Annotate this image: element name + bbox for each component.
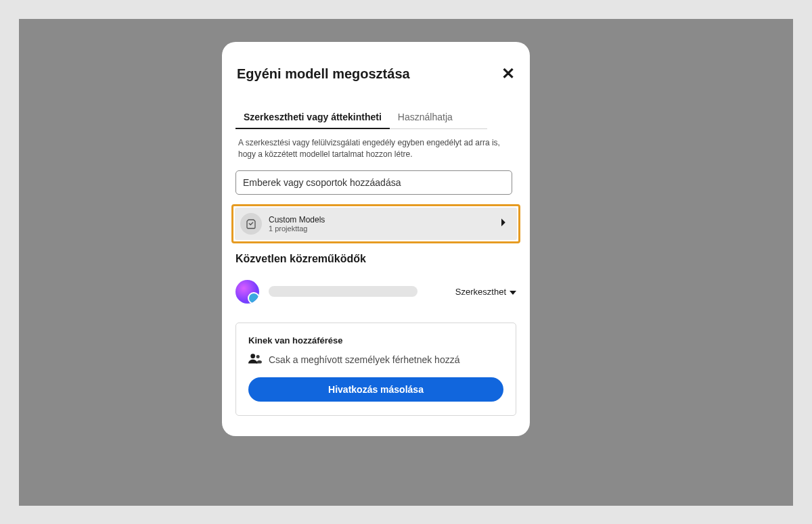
project-row[interactable]: Custom Models 1 projekttag [235,208,517,240]
contributor-row: Szerkeszthet [235,280,516,304]
access-text: Csak a meghívott személyek férhetnek hoz… [269,354,459,365]
contributors-title: Közvetlen közreműködők [235,253,516,265]
modal-title: Egyéni modell megosztása [237,66,410,82]
add-people-input[interactable] [235,170,512,195]
access-box: Kinek van hozzáférése Csak a meghívott s… [235,323,516,416]
access-info: Csak a meghívott személyek férhetnek hoz… [248,353,503,366]
role-dropdown[interactable]: Szerkeszthet [455,287,516,297]
tabs: Szerkesztheti vagy áttekintheti Használh… [235,106,487,129]
custom-models-icon [240,213,262,235]
access-title: Kinek van hozzáférése [248,335,503,346]
modal-header: Egyéni modell megosztása ✕ [235,66,516,82]
tab-can-use[interactable]: Használhatja [390,106,461,129]
contributor-name-placeholder [269,286,418,297]
project-name: Custom Models [269,215,500,224]
chevron-right-icon [500,218,508,230]
tab-description: A szerkesztési vagy felülvizsgálati enge… [235,137,516,161]
close-icon: ✕ [501,64,515,82]
people-icon [248,353,262,366]
svg-point-1 [256,355,260,358]
share-custom-model-modal: Egyéni modell megosztása ✕ Szerkesztheti… [222,42,530,436]
close-button[interactable]: ✕ [501,66,515,82]
avatar [235,280,259,304]
project-meta: 1 projekttag [269,224,500,233]
highlighted-project-row: Custom Models 1 projekttag [231,204,520,243]
copy-link-button[interactable]: Hivatkozás másolása [248,377,503,402]
tab-edit-review[interactable]: Szerkesztheti vagy áttekintheti [235,106,390,129]
role-label: Szerkeszthet [455,287,506,297]
svg-point-0 [250,354,255,358]
chevron-down-icon [510,287,516,297]
project-info: Custom Models 1 projekttag [269,215,500,233]
